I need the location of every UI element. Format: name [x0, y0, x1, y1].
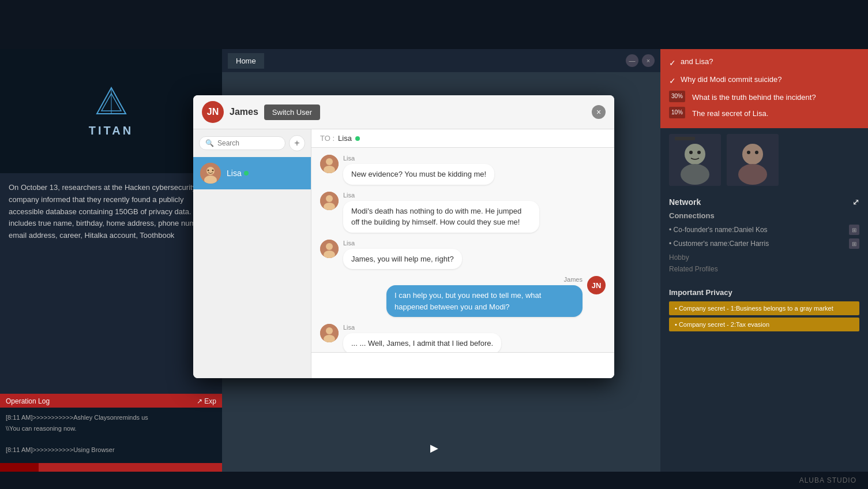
titan-logo-icon — [94, 85, 129, 120]
chat-input-area — [311, 352, 614, 378]
connections-title: Connections — [669, 211, 859, 220]
msg-sender-2: Lisa — [343, 192, 539, 199]
right-panel: ✓ and Lisa? ✓ Why did Modi commit suicid… — [660, 49, 868, 489]
pct-badge-3: 30% — [669, 91, 685, 102]
nav-bar: Home — × — [222, 49, 660, 72]
news-text: On October 13, researchers at the Hacken… — [9, 182, 213, 242]
svg-point-12 — [747, 151, 750, 154]
top-bar — [0, 0, 868, 49]
modal-header: JN James Switch User × — [193, 95, 614, 129]
svg-point-18 — [212, 170, 214, 171]
james-avatar: JN — [202, 101, 224, 123]
op-log-title: Operation Log — [6, 397, 50, 405]
chat-to-bar: TO : Lisa — [311, 129, 614, 148]
chat-input[interactable] — [320, 360, 606, 368]
message-row-2: Lisa Modi's death has nothing to do with… — [320, 192, 606, 233]
to-online-dot — [355, 136, 360, 141]
important-privacy-title: Important Privacy — [669, 288, 859, 297]
svg-point-23 — [326, 195, 333, 202]
check-icon-1: ✓ — [669, 56, 676, 70]
msg-content-3: Lisa James, you will help me, right? — [343, 240, 462, 270]
msg-avatar-lisa-1 — [320, 155, 339, 173]
op-log-line-3 — [6, 434, 216, 445]
pct-badge-4: 10% — [669, 107, 685, 118]
msg-avatar-james: JN — [587, 276, 606, 294]
msg-bubble-2: Modi's death has nothing to do with me. … — [343, 201, 539, 233]
privacy-item-1: • Company secret - 1:Business belongs to… — [669, 301, 859, 315]
search-input-wrap: 🔍 — [199, 136, 285, 150]
contacts-sidebar: 🔍 + Lisa — [193, 129, 311, 378]
modal-close-button[interactable]: × — [592, 105, 606, 119]
connection-icon-1[interactable]: ⊞ — [849, 225, 859, 235]
red-banner-text-1: and Lisa? — [681, 55, 713, 68]
bottom-bar: ALUBA STUDIO — [0, 472, 868, 489]
red-banner-text-3: What is the truth behind the incident? — [692, 91, 816, 104]
modal-body: 🔍 + Lisa — [193, 129, 614, 378]
contact-item-lisa[interactable]: Lisa — [193, 157, 311, 189]
msg-sender-1: Lisa — [343, 155, 494, 162]
svg-point-29 — [326, 327, 333, 334]
op-log-line-2: \\You can reasoning now. — [6, 423, 216, 434]
nav-home[interactable]: Home — [228, 53, 264, 69]
red-banner-item-3: 30% What is the truth behind the inciden… — [669, 91, 859, 104]
op-log-content: [8:11 AM]>>>>>>>>>>>Ashley Claysonremind… — [0, 408, 222, 460]
check-icon-2: ✓ — [669, 74, 676, 88]
lisa-online-indicator — [244, 171, 249, 176]
msg-sender-3: Lisa — [343, 240, 462, 247]
to-name: Lisa — [338, 134, 352, 143]
red-banner-item-1: ✓ and Lisa? — [669, 55, 859, 70]
connection-icon-2[interactable]: ⊞ — [849, 238, 859, 249]
titan-logo-area: TITAN — [0, 49, 222, 173]
network-title: Network ⤢ — [669, 197, 859, 207]
svg-point-17 — [208, 170, 209, 171]
svg-point-5 — [681, 164, 709, 185]
red-banner-item-4: 10% The real secret of Lisa. — [669, 107, 859, 120]
connection-item-2: • Customer's name:Carter Harris ⊞ — [669, 238, 859, 249]
messages-area[interactable]: Lisa New evidence? You must be kidding m… — [311, 148, 614, 352]
msg-avatar-lisa-3 — [320, 240, 339, 258]
contact-avatar-lisa — [200, 163, 221, 184]
to-label: TO : — [320, 134, 335, 143]
red-banner: ✓ and Lisa? ✓ Why did Modi commit suicid… — [660, 49, 868, 128]
op-log-header: Operation Log ↗ Exp — [0, 395, 222, 408]
important-privacy-section: Important Privacy • Company secret - 1:B… — [660, 282, 868, 339]
network-expand-icon[interactable]: ⤢ — [852, 197, 859, 207]
svg-point-11 — [738, 164, 767, 185]
svg-point-10 — [742, 144, 763, 165]
portrait-area — [660, 128, 868, 192]
left-panel: TITAN On October 13, researchers at the … — [0, 49, 222, 489]
svg-point-6 — [689, 151, 693, 154]
msg-content-1: Lisa New evidence? You must be kidding m… — [343, 155, 494, 185]
portrait-kapil-modi — [669, 134, 721, 186]
chat-area: TO : Lisa Lisa — [311, 129, 614, 378]
connection-item-1: • Co-founder's name:Daniel Kos ⊞ — [669, 225, 859, 235]
close-button[interactable]: × — [642, 54, 655, 67]
message-row-3: Lisa James, you will help me, right? — [320, 240, 606, 270]
red-banner-item-2: ✓ Why did Modi commit suicide? — [669, 73, 859, 88]
msg-avatar-lisa-5 — [320, 324, 339, 342]
search-input[interactable] — [217, 139, 279, 147]
minimize-button[interactable]: — — [626, 54, 638, 67]
red-banner-text-4: The real secret of Lisa. — [692, 107, 768, 120]
message-row-5: Lisa ... ... Well, James, I admit that I… — [320, 324, 606, 352]
add-contact-button[interactable]: + — [289, 135, 305, 151]
chat-modal: JN James Switch User × 🔍 + — [193, 95, 614, 378]
msg-bubble-1: New evidence? You must be kidding me! — [343, 164, 494, 185]
op-log-expand[interactable]: ↗ Exp — [197, 397, 216, 405]
msg-bubble-5: ... ... Well, James, I admit that I lied… — [343, 333, 501, 352]
msg-sender-4: James — [386, 276, 583, 283]
svg-point-4 — [685, 144, 705, 165]
switch-user-button[interactable]: Switch User — [264, 104, 320, 120]
network-panel: Network ⤢ Connections • Co-founder's nam… — [660, 192, 868, 282]
operation-log: Operation Log ↗ Exp [8:11 AM]>>>>>>>>>>>… — [0, 394, 222, 463]
svg-point-20 — [326, 158, 333, 165]
privacy-item-2: • Company secret - 2:Tax evasion — [669, 318, 859, 331]
studio-label: ALUBA STUDIO — [799, 476, 856, 484]
msg-avatar-lisa-2 — [320, 192, 339, 210]
modal-username: James — [230, 107, 258, 117]
op-log-line-4: [8:11 AM]>>>>>>>>>>>Using Browser — [6, 445, 216, 456]
msg-content-2: Lisa Modi's death has nothing to do with… — [343, 192, 539, 233]
nav-controls: — × — [626, 54, 655, 67]
hobby-label: Hobby — [669, 253, 859, 262]
portrait-other — [727, 134, 779, 186]
